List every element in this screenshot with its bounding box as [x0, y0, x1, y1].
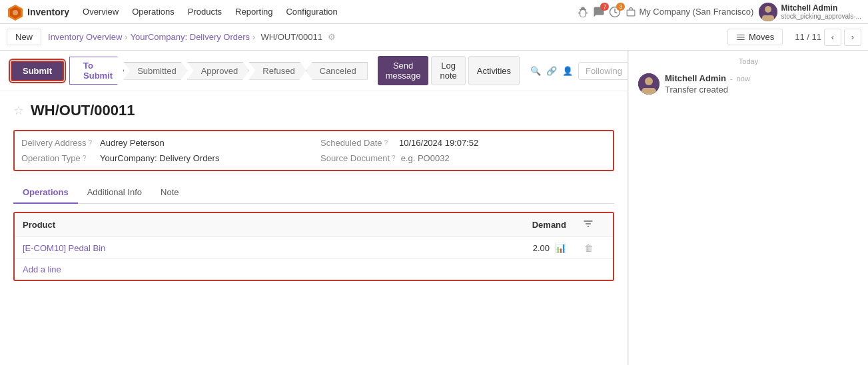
chart-icon[interactable]: 📊 — [555, 242, 566, 253]
user-role: stock_picking_approvals-... — [781, 13, 861, 20]
chatter-buttons: Send message Log note Activities — [378, 56, 520, 85]
source-document-field: Source Document ? — [320, 153, 606, 163]
activities-button[interactable]: Activities — [468, 56, 520, 85]
svg-point-6 — [765, 6, 771, 13]
top-nav-right: 7 3 My Company (San Francisco) Mitchell … — [577, 3, 861, 21]
nav-configuration[interactable]: Configuration — [279, 3, 344, 21]
chatter-message: Mitchell Admin - now Transfer created — [638, 73, 859, 95]
message-author: Mitchell Admin — [665, 73, 726, 83]
user-details: Mitchell Admin stock_picking_approvals-.… — [781, 3, 861, 20]
moves-button[interactable]: Moves — [727, 29, 783, 45]
favorite-star-icon[interactable]: ☆ — [13, 103, 24, 118]
top-nav-menu: Overview Operations Products Reporting C… — [76, 3, 344, 21]
delivery-address-value[interactable]: Audrey Peterson — [100, 138, 165, 148]
svg-point-9 — [645, 77, 653, 85]
pipeline-step-submitted[interactable]: Submitted — [123, 62, 188, 80]
gear-icon[interactable]: ⚙ — [328, 32, 336, 42]
pipeline-step-approved[interactable]: Approved — [187, 62, 250, 80]
products-table: Product Demand [E-COM10] Pedal Bin 2.00 … — [13, 212, 614, 281]
operation-type-value[interactable]: YourCompany: Delivery Orders — [100, 153, 219, 163]
breadcrumb-sep-2: › — [252, 32, 255, 42]
svg-rect-4 — [628, 10, 636, 16]
logo-icon — [7, 3, 24, 21]
main-area: Submit To Submit Submitted Approved Refu… — [0, 51, 868, 365]
second-bar: New Inventory Overview › YourCompany: De… — [0, 24, 868, 51]
clock-icon[interactable]: 3 — [609, 6, 621, 18]
tab-additional-info[interactable]: Additional Info — [78, 182, 151, 204]
next-page-button[interactable]: › — [844, 29, 861, 46]
nav-overview[interactable]: Overview — [76, 3, 125, 21]
pipeline-step-refused[interactable]: Refused — [248, 62, 306, 80]
tab-operations[interactable]: Operations — [13, 182, 78, 204]
submit-button[interactable]: Submit — [11, 61, 64, 81]
form-area: ☆ WH/OUT/00011 Delivery Address ? Audrey… — [0, 91, 628, 300]
log-note-button[interactable]: Log note — [431, 56, 465, 85]
prev-page-button[interactable]: ‹ — [824, 29, 841, 46]
nav-products[interactable]: Products — [181, 3, 228, 21]
action-bar: Submit To Submit Submitted Approved Refu… — [0, 51, 628, 91]
scheduled-date-value[interactable]: 10/16/2024 19:07:52 — [399, 138, 478, 148]
follow-icon[interactable]: 👤 — [562, 66, 573, 76]
following-label: Following — [586, 66, 622, 76]
source-document-label: Source Document ? — [320, 153, 396, 163]
form-right-col: Scheduled Date ? 10/16/2024 19:07:52 Sou… — [320, 138, 606, 163]
message-body: Mitchell Admin - now Transfer created — [665, 73, 859, 95]
breadcrumb: Inventory Overview › YourCompany: Delive… — [48, 32, 336, 42]
source-document-help-icon[interactable]: ? — [392, 155, 396, 162]
company-name: My Company (San Francisco) — [639, 7, 753, 17]
company-info[interactable]: My Company (San Francisco) — [626, 7, 753, 17]
scheduled-date-label: Scheduled Date ? — [320, 138, 394, 148]
chatter-date: Today — [638, 57, 859, 65]
sort-icon[interactable] — [583, 218, 594, 229]
col-actions-header — [572, 218, 605, 231]
app-name: Inventory — [27, 7, 69, 17]
message-header: Mitchell Admin - now — [665, 73, 859, 83]
record-title: ☆ WH/OUT/00011 — [13, 102, 614, 119]
nav-operations[interactable]: Operations — [125, 3, 181, 21]
chat-badge: 7 — [600, 3, 609, 11]
pipeline-step-canceled[interactable]: Canceled — [306, 62, 368, 80]
right-icons: 🔍 🔗 👤 Following — [530, 62, 628, 80]
add-line-button[interactable]: Add a line — [15, 259, 613, 280]
breadcrumb-parent[interactable]: YourCompany: Delivery Orders — [131, 32, 250, 42]
clock-badge: 3 — [616, 3, 625, 11]
app-logo[interactable]: Inventory — [7, 3, 69, 21]
moves-icon — [736, 33, 745, 42]
operation-type-help-icon[interactable]: ? — [83, 155, 87, 162]
demand-value: 2.00 — [475, 243, 555, 253]
scheduled-date-help-icon[interactable]: ? — [384, 139, 388, 147]
send-message-button[interactable]: Send message — [378, 56, 429, 85]
left-panel: Submit To Submit Submitted Approved Refu… — [0, 51, 628, 365]
svg-point-2 — [13, 10, 18, 15]
tab-note[interactable]: Note — [151, 182, 188, 204]
source-document-input[interactable] — [401, 153, 606, 163]
svg-rect-7 — [762, 15, 774, 21]
svg-rect-10 — [642, 88, 656, 95]
message-text: Transfer created — [665, 85, 859, 95]
pagination: 11 / 11 ‹ › — [795, 29, 861, 46]
search-icon[interactable]: 🔍 — [530, 66, 541, 76]
top-nav-icons: 7 3 — [577, 6, 621, 18]
form-fields: Delivery Address ? Audrey Peterson Opera… — [13, 130, 614, 171]
delivery-address-field: Delivery Address ? Audrey Peterson — [21, 138, 307, 148]
following-button[interactable]: Following — [578, 62, 628, 80]
delivery-address-help-icon[interactable]: ? — [89, 139, 93, 147]
scheduled-date-field: Scheduled Date ? 10/16/2024 19:07:52 — [320, 138, 606, 148]
delivery-address-label: Delivery Address ? — [21, 138, 95, 148]
doc-id: WH/OUT/00011 — [260, 32, 322, 42]
moves-label: Moves — [749, 32, 774, 42]
new-button[interactable]: New — [7, 29, 41, 45]
product-name[interactable]: [E-COM10] Pedal Bin — [23, 243, 475, 253]
nav-reporting[interactable]: Reporting — [228, 3, 279, 21]
user-info[interactable]: Mitchell Admin stock_picking_approvals-.… — [759, 3, 861, 21]
form-left-col: Delivery Address ? Audrey Peterson Opera… — [21, 138, 307, 163]
bug-icon[interactable] — [577, 6, 589, 18]
tabs: Operations Additional Info Note — [13, 182, 614, 204]
breadcrumb-home[interactable]: Inventory Overview — [48, 32, 122, 42]
pipeline-step-to-submit[interactable]: To Submit — [69, 57, 124, 85]
record-name: WH/OUT/00011 — [31, 102, 135, 119]
chat-icon[interactable]: 7 — [593, 6, 605, 18]
delete-icon[interactable]: 🗑 — [572, 243, 605, 253]
link-icon[interactable]: 🔗 — [546, 66, 557, 76]
col-demand-header: Demand — [492, 220, 572, 230]
